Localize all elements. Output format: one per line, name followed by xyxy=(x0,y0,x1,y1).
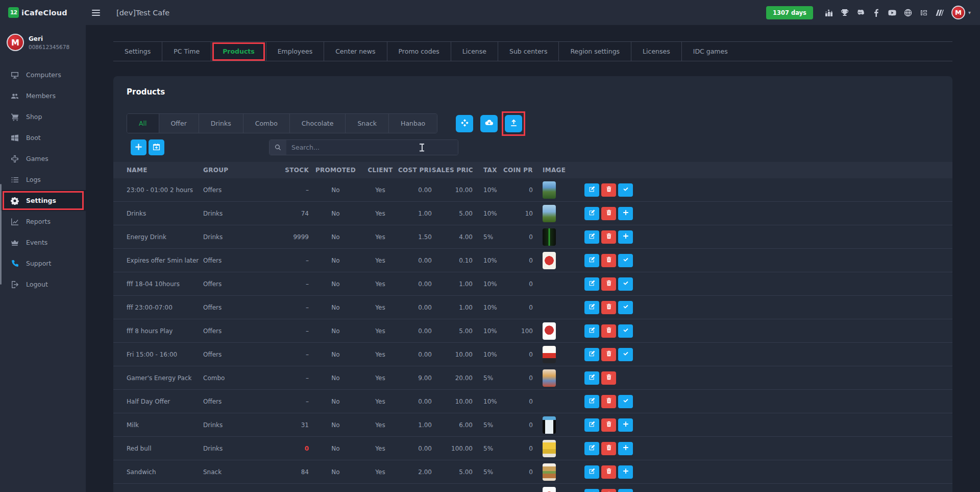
delete-button[interactable] xyxy=(601,418,616,432)
download-button[interactable] xyxy=(480,115,498,132)
delete-button[interactable] xyxy=(601,442,616,455)
enable-button[interactable] xyxy=(618,348,633,361)
discord-icon[interactable] xyxy=(856,8,865,17)
product-image[interactable] xyxy=(543,205,556,222)
product-image[interactable] xyxy=(543,487,556,492)
product-filter-snack[interactable]: Snack xyxy=(345,114,388,133)
delete-button[interactable] xyxy=(601,489,616,492)
tab-region-settings[interactable]: Region settings xyxy=(558,42,631,61)
sidebar-item-logs[interactable]: Logs xyxy=(0,169,86,190)
product-groups-button[interactable] xyxy=(456,115,473,132)
tab-center-news[interactable]: Center news xyxy=(324,42,386,61)
sidebar-item-settings[interactable]: Settings xyxy=(0,190,86,211)
edit-button[interactable] xyxy=(584,489,599,492)
product-image[interactable] xyxy=(543,252,556,269)
add-stock-button[interactable] xyxy=(618,489,633,492)
product-image[interactable] xyxy=(543,228,556,246)
product-filter-combo[interactable]: Combo xyxy=(243,114,289,133)
sidebar-scrollbar[interactable] xyxy=(0,184,2,285)
product-filter-hanbao[interactable]: Hanbao xyxy=(388,114,437,133)
tab-license[interactable]: License xyxy=(451,42,498,61)
upload-button[interactable] xyxy=(505,115,522,132)
hamburger-menu-icon[interactable] xyxy=(92,10,100,16)
delete-button[interactable] xyxy=(601,230,616,244)
globe-icon[interactable] xyxy=(903,8,913,17)
add-product-button[interactable] xyxy=(131,139,146,155)
delete-button[interactable] xyxy=(601,277,616,291)
tab-idc-games[interactable]: IDC games xyxy=(681,42,739,61)
tab-promo-codes[interactable]: Promo codes xyxy=(387,42,451,61)
icafe-icon[interactable] xyxy=(919,8,928,17)
sidebar-item-events[interactable]: Events xyxy=(0,232,86,253)
add-offer-button[interactable] xyxy=(149,139,164,155)
delete-button[interactable] xyxy=(601,183,616,197)
edit-button[interactable] xyxy=(584,348,599,361)
delete-button[interactable] xyxy=(601,348,616,361)
product-filter-offer[interactable]: Offer xyxy=(159,114,199,133)
facebook-icon[interactable] xyxy=(872,8,881,17)
product-image[interactable] xyxy=(543,463,556,481)
edit-button[interactable] xyxy=(584,442,599,455)
delete-button[interactable] xyxy=(601,465,616,479)
enable-button[interactable] xyxy=(618,254,633,267)
product-image[interactable] xyxy=(543,369,556,387)
product-image[interactable] xyxy=(543,440,556,457)
chevron-down-icon[interactable]: ▾ xyxy=(968,10,971,15)
edit-button[interactable] xyxy=(584,418,599,432)
trophy-icon[interactable] xyxy=(840,8,849,17)
product-image[interactable] xyxy=(543,346,556,363)
edit-button[interactable] xyxy=(584,395,599,408)
sidebar-item-logout[interactable]: Logout xyxy=(0,274,86,295)
edit-button[interactable] xyxy=(584,277,599,291)
add-stock-button[interactable] xyxy=(618,442,633,455)
sidebar-item-members[interactable]: Members xyxy=(0,85,86,106)
layers-icon[interactable] xyxy=(935,8,944,17)
edit-button[interactable] xyxy=(584,371,599,385)
edit-button[interactable] xyxy=(584,465,599,479)
delete-button[interactable] xyxy=(601,324,616,338)
enable-button[interactable] xyxy=(618,324,633,338)
edit-button[interactable] xyxy=(584,254,599,267)
tab-products[interactable]: Products xyxy=(211,42,266,61)
tab-pc-time[interactable]: PC Time xyxy=(162,42,211,61)
tab-employees[interactable]: Employees xyxy=(266,42,324,61)
delete-button[interactable] xyxy=(601,301,616,314)
sidebar-item-support[interactable]: Support xyxy=(0,253,86,274)
delete-button[interactable] xyxy=(601,207,616,220)
add-stock-button[interactable] xyxy=(618,207,633,220)
product-image[interactable] xyxy=(543,181,556,199)
delete-button[interactable] xyxy=(601,254,616,267)
tab-sub-centers[interactable]: Sub centers xyxy=(498,42,559,61)
search-input[interactable] xyxy=(286,140,458,155)
tab-licenses[interactable]: Licenses xyxy=(631,42,681,61)
product-filter-drinks[interactable]: Drinks xyxy=(199,114,243,133)
edit-button[interactable] xyxy=(584,230,599,244)
delete-button[interactable] xyxy=(601,371,616,385)
edit-button[interactable] xyxy=(584,324,599,338)
ranking-icon[interactable] xyxy=(824,8,834,17)
enable-button[interactable] xyxy=(618,183,633,197)
enable-button[interactable] xyxy=(618,301,633,314)
edit-button[interactable] xyxy=(584,301,599,314)
add-stock-button[interactable] xyxy=(618,418,633,432)
youtube-icon[interactable] xyxy=(888,8,897,17)
sidebar-item-reports[interactable]: Reports xyxy=(0,211,86,232)
add-stock-button[interactable] xyxy=(618,230,633,244)
product-image[interactable] xyxy=(543,322,556,340)
delete-button[interactable] xyxy=(601,395,616,408)
sidebar-item-computers[interactable]: Computers xyxy=(0,64,86,85)
license-days-badge[interactable]: 1307 days xyxy=(766,6,813,19)
sidebar-item-shop[interactable]: Shop xyxy=(0,106,86,127)
sidebar-profile[interactable]: M Geri 008612345678 xyxy=(0,25,86,56)
sidebar-item-boot[interactable]: Boot xyxy=(0,127,86,148)
add-stock-button[interactable] xyxy=(618,465,633,479)
user-avatar[interactable]: M xyxy=(951,6,965,19)
edit-button[interactable] xyxy=(584,207,599,220)
edit-button[interactable] xyxy=(584,183,599,197)
product-filter-chocolate[interactable]: Chocolate xyxy=(289,114,346,133)
enable-button[interactable] xyxy=(618,395,633,408)
product-image[interactable] xyxy=(543,416,556,434)
product-filter-all[interactable]: All xyxy=(127,114,159,133)
enable-button[interactable] xyxy=(618,277,633,291)
app-logo[interactable]: 12 iCafeCloud xyxy=(0,0,86,25)
